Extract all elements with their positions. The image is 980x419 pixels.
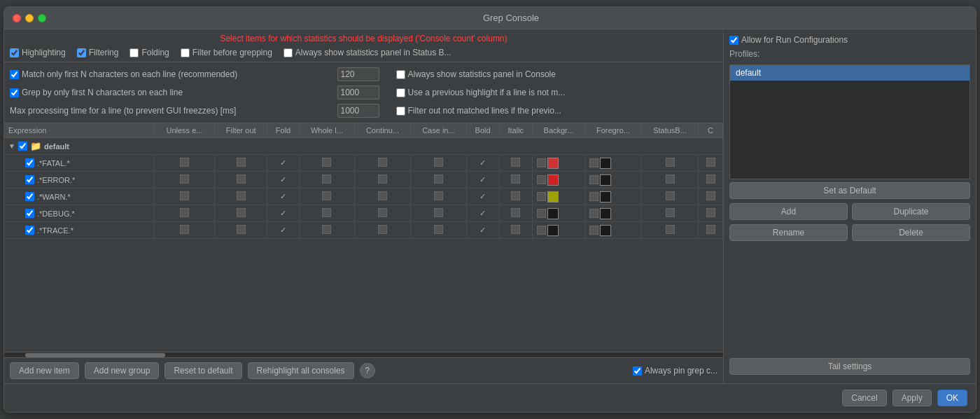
cell-statusbar[interactable] [666, 158, 675, 167]
row-checkbox[interactable] [25, 158, 34, 167]
checkboxes-row: Highlighting Filtering Folding Filter be… [10, 48, 718, 57]
col-fold: Fold [267, 123, 300, 138]
table-row: .*ERROR.* ✓ ✓ [4, 172, 723, 188]
cell-c[interactable] [706, 158, 715, 167]
cell-fg-check[interactable] [589, 158, 598, 167]
title-bar: Grep Console [4, 7, 976, 29]
cell-expression: .*FATAL.* [4, 155, 154, 172]
delete-profile-button[interactable]: Delete [852, 224, 970, 241]
right-option-3: Filter out not matched lines if the prev… [385, 106, 718, 116]
minimize-button[interactable] [25, 14, 34, 22]
table-row: .*DEBUG.* ✓ ✓ [4, 205, 723, 222]
row-checkbox[interactable] [25, 175, 34, 184]
rehighlight-all-consoles-button[interactable]: Rehighlight all consoles [248, 362, 354, 379]
add-profile-button[interactable]: Add [729, 203, 848, 220]
cell-italic[interactable] [511, 158, 520, 167]
cell-expression: .*WARN.* [4, 188, 154, 205]
folding-checkbox[interactable]: Folding [130, 48, 169, 57]
option-row-2: Grep by only first N characters on each … [10, 83, 718, 102]
filter-before-grepping-checkbox[interactable]: Filter before grepping [181, 48, 272, 57]
scrollbar-thumb[interactable] [25, 353, 165, 357]
always-pin-option: Always pin grep c... [633, 366, 718, 376]
bold-check-icon: ✓ [479, 158, 486, 167]
filtering-checkbox[interactable]: Filtering [77, 48, 119, 57]
traffic-lights [13, 14, 46, 22]
add-duplicate-container: Add Duplicate [729, 203, 970, 220]
table-row: .*WARN.* ✓ ✓ [4, 188, 723, 205]
option-3-label: Max processing time for a line (to preve… [10, 106, 332, 116]
close-button[interactable] [13, 14, 21, 22]
profile-item-default[interactable]: default [730, 65, 969, 81]
col-case: Case in... [411, 123, 467, 138]
table-row: .*TRACE.* ✓ ✓ [4, 222, 723, 239]
fold-check-icon: ✓ [280, 158, 286, 167]
expression-value: .*ERROR.* [37, 176, 75, 184]
help-button[interactable]: ? [360, 363, 375, 378]
row-checkbox[interactable] [25, 226, 34, 235]
cell-bg-check[interactable] [537, 158, 546, 167]
window-title: Grep Console [55, 13, 967, 23]
group-label: ▼ 📁 default [8, 141, 718, 151]
profile-list[interactable]: default [729, 64, 970, 179]
cell-case[interactable] [434, 158, 443, 167]
main-window: Grep Console Select items for which stat… [4, 6, 976, 413]
option-2-label[interactable]: Grep by only first N characters on each … [10, 88, 332, 97]
duplicate-profile-button[interactable]: Duplicate [852, 203, 970, 220]
tail-settings-button[interactable]: Tail settings [729, 358, 970, 375]
expression-value: .*TRACE.* [37, 226, 74, 235]
always-show-status-bar-checkbox[interactable]: Always show statistics panel in Status B… [284, 48, 451, 57]
right-panel: Allow for Run Configurations Profiles: d… [724, 29, 976, 383]
option-3-input[interactable] [337, 104, 379, 118]
cell-fg-color[interactable] [600, 158, 611, 169]
set-as-default-container: Set as Default [729, 182, 970, 199]
option-2-input[interactable] [337, 85, 379, 99]
always-pin-checkbox[interactable] [633, 366, 642, 376]
right-option-1: Always show statistics panel in Console [385, 69, 718, 79]
content-area: Select items for which statistics should… [4, 29, 976, 383]
col-continue: Continu... [354, 123, 410, 138]
col-statusbar: StatusB... [641, 123, 698, 138]
dialog-bottom-buttons: Cancel Apply OK [4, 383, 976, 412]
option-1-input[interactable] [337, 67, 379, 81]
add-new-group-button[interactable]: Add new group [85, 362, 160, 379]
ok-button[interactable]: OK [937, 390, 967, 406]
group-checkbox[interactable] [18, 142, 27, 151]
option-row-3: Max processing time for a line (to preve… [10, 102, 718, 120]
cell-filterout[interactable] [237, 158, 246, 167]
cell-expression: .*DEBUG.* [4, 205, 154, 222]
warning-text: Select items for which statistics should… [10, 34, 718, 43]
row-checkbox[interactable] [25, 192, 34, 201]
cell-whole[interactable] [322, 158, 331, 167]
table-row: .*FATAL.* ✓ ✓ [4, 155, 723, 172]
top-options: Select items for which statistics should… [4, 29, 723, 62]
maximize-button[interactable] [38, 14, 46, 22]
options-rows: Match only first N characters on each li… [4, 62, 723, 123]
col-foreground: Foregro... [584, 123, 641, 138]
reset-to-default-button[interactable]: Reset to default [164, 362, 241, 379]
col-whole: Whole l... [300, 123, 355, 138]
highlighting-checkbox[interactable]: Highlighting [10, 48, 66, 57]
apply-button[interactable]: Apply [892, 390, 932, 406]
horizontal-scrollbar[interactable] [4, 352, 723, 357]
cell-continue[interactable] [378, 158, 387, 167]
rename-profile-button[interactable]: Rename [729, 224, 848, 241]
profiles-label: Profiles: [729, 49, 970, 59]
folder-icon: 📁 [30, 141, 41, 151]
cancel-button[interactable]: Cancel [842, 390, 886, 406]
option-1-label[interactable]: Match only first N characters on each li… [10, 69, 332, 79]
row-checkbox[interactable] [25, 209, 34, 218]
cell-expression: .*TRACE.* [4, 222, 154, 239]
run-config-checkbox[interactable] [729, 36, 738, 45]
right-option-2: Use a previous highlight if a line is no… [385, 88, 718, 97]
table-header-row: Expression Unless e... Filter out Fold W… [4, 123, 723, 138]
add-new-item-button[interactable]: Add new item [10, 362, 79, 379]
expression-value: .*WARN.* [37, 193, 71, 201]
expand-arrow-icon[interactable]: ▼ [8, 142, 15, 150]
table-group-row: ▼ 📁 default [4, 138, 723, 155]
col-c: C [699, 123, 723, 138]
set-as-default-button[interactable]: Set as Default [729, 182, 970, 199]
cell-bg-color[interactable] [547, 158, 559, 169]
cell-unless[interactable] [180, 158, 189, 167]
col-bold: Bold [466, 123, 499, 138]
col-italic: Italic [499, 123, 533, 138]
